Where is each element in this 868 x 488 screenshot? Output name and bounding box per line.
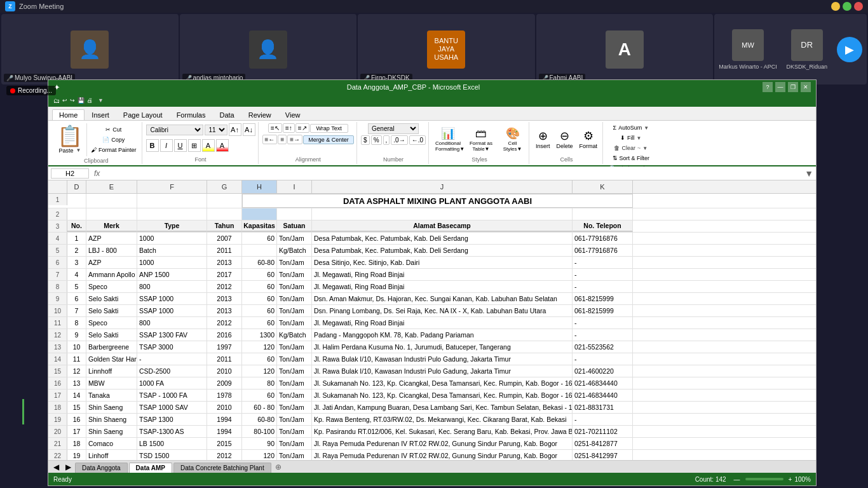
sheet-tab-data-concrete[interactable]: Data Concrete Batching Plant xyxy=(173,463,271,473)
save-icon[interactable]: 💾 xyxy=(78,97,85,104)
cell-d22[interactable]: 19 xyxy=(67,450,86,460)
cell-e19[interactable]: Shin Shaeng xyxy=(86,414,137,425)
cell-g2[interactable] xyxy=(207,208,242,220)
col-header-e[interactable]: E xyxy=(86,180,137,193)
increase-decimal-button[interactable]: .0→ xyxy=(391,135,407,145)
cell-h21[interactable]: 90 xyxy=(242,438,277,449)
cell-g13[interactable]: 1997 xyxy=(207,341,242,353)
format-painter-button[interactable]: 🖌 Format Painter xyxy=(88,146,139,154)
formula-input[interactable] xyxy=(105,169,802,178)
align-top-left-button[interactable]: ≡↖ xyxy=(268,123,282,133)
excel-restore-button[interactable]: ❐ xyxy=(788,82,798,92)
col-header-k[interactable]: K xyxy=(573,180,633,193)
cell-k21[interactable]: 0251-8412877 xyxy=(573,438,633,449)
excel-window-controls[interactable]: ? — ❐ ✕ xyxy=(763,82,811,92)
cell-k20[interactable]: 021-70211102 xyxy=(573,426,633,437)
cell-e15[interactable]: Linnhoff xyxy=(86,365,137,377)
cell-f14[interactable]: - xyxy=(137,353,207,365)
cell-j17[interactable]: Jl. Sukamanah No. 123, Kp. Cicangkal, De… xyxy=(312,390,573,401)
cell-h8[interactable]: 60 xyxy=(242,281,277,292)
cell-k7[interactable]: - xyxy=(573,269,633,280)
cell-d16[interactable]: 13 xyxy=(67,377,86,389)
cell-j12[interactable]: Padang - Manggopoh KM. 78, Kab. Padang P… xyxy=(312,329,573,341)
cell-k2[interactable] xyxy=(573,208,633,220)
insert-button[interactable]: ⊕ Insert xyxy=(533,128,553,151)
cell-i15[interactable]: Ton/Jam xyxy=(277,365,312,377)
cell-k11[interactable]: - xyxy=(573,317,633,329)
align-left-button[interactable]: ≡← xyxy=(262,135,278,144)
sheet-tab-data-amp[interactable]: Data AMP xyxy=(129,463,172,473)
cell-f7[interactable]: ANP 1500 xyxy=(137,269,207,280)
col-header-i[interactable]: I xyxy=(277,180,312,193)
cell-h7[interactable]: 60 xyxy=(242,269,277,280)
cell-e17[interactable]: Tanaka xyxy=(86,390,137,401)
cell-j5[interactable]: Desa Patumbak, Kec. Patumbak, Kab. Deli … xyxy=(312,245,573,256)
header-satuan[interactable]: Satuan xyxy=(277,220,312,232)
cell-i21[interactable]: Ton/Jam xyxy=(277,438,312,449)
cell-e11[interactable]: Speco xyxy=(86,317,137,329)
cell-j2[interactable] xyxy=(312,208,573,220)
cell-e8[interactable]: Speco xyxy=(86,281,137,292)
cell-i14[interactable]: Ton/Jam xyxy=(277,353,312,365)
cell-g5[interactable]: 2011 xyxy=(207,245,242,256)
col-header-g[interactable]: G xyxy=(207,180,242,193)
font-decrease-button[interactable]: A↓ xyxy=(243,123,255,136)
comma-button[interactable]: , xyxy=(383,135,390,145)
cell-d14[interactable]: 11 xyxy=(67,353,86,365)
zoom-slider[interactable] xyxy=(745,478,783,480)
cell-k16[interactable]: 021-46834440 xyxy=(573,377,633,389)
cell-k12[interactable]: - xyxy=(573,329,633,341)
cell-e6[interactable]: AZP xyxy=(86,257,137,268)
header-telepon[interactable]: No. Telepon xyxy=(573,220,633,232)
cell-k15[interactable]: 021-4600220 xyxy=(573,365,633,377)
cell-g14[interactable]: 2011 xyxy=(207,353,242,365)
cell-d8[interactable]: 5 xyxy=(67,281,86,292)
delete-button[interactable]: ⊖ Delete xyxy=(554,128,576,151)
cell-j7[interactable]: Jl. Megawati, Ring Road Binjai xyxy=(312,269,573,280)
cell-k14[interactable]: - xyxy=(573,353,633,365)
merge-center-button[interactable]: Merge & Center xyxy=(303,135,354,144)
participant-markus[interactable]: MW Markus Winarto - APCI xyxy=(719,29,777,70)
excel-help-button[interactable]: ? xyxy=(763,82,773,92)
tab-insert[interactable]: Insert xyxy=(85,109,116,120)
cell-h1-title[interactable]: DATA ASPHALT MIXING PLANT ANGGOTA AABI xyxy=(242,194,633,208)
bold-button[interactable]: B xyxy=(146,139,159,152)
cell-e7[interactable]: Ammann Apollo xyxy=(86,269,137,280)
cell-k18[interactable]: 021-8831731 xyxy=(573,402,633,413)
format-button[interactable]: ⚙ Format xyxy=(577,128,600,151)
cell-j16[interactable]: Jl. Sukamanah No. 123, Kp. Cicangkal, De… xyxy=(312,377,573,389)
cell-f10[interactable]: SSAP 1000 xyxy=(137,305,207,316)
cell-i12[interactable]: Kg/Batch xyxy=(277,329,312,341)
cell-f19[interactable]: TSAP 1300 xyxy=(137,414,207,425)
cell-f22[interactable]: TSD 1500 xyxy=(137,450,207,460)
align-center-button[interactable]: ≡ xyxy=(278,135,287,144)
cell-h10[interactable]: 60 xyxy=(242,305,277,316)
cell-g4[interactable]: 2007 xyxy=(207,233,242,244)
paste-dropdown[interactable]: ▼ xyxy=(76,147,81,154)
cell-g22[interactable]: 2012 xyxy=(207,450,242,460)
font-name-select[interactable]: Calibri xyxy=(146,125,203,135)
sheet-tab-data-anggota[interactable]: Data Anggota xyxy=(75,463,128,473)
cell-e13[interactable]: Barbergreene xyxy=(86,341,137,353)
cell-j10[interactable]: Dsn. Pinang Lombang, Ds. Sei Raja, Kec. … xyxy=(312,305,573,316)
number-format-select[interactable]: General xyxy=(368,123,419,134)
cell-i13[interactable]: Ton/Jam xyxy=(277,341,312,353)
qat-dropdown[interactable]: ▼ xyxy=(98,97,104,104)
participant-riduan[interactable]: DR DKSDK_Riduan xyxy=(786,29,827,70)
cell-j15[interactable]: Jl. Rawa Bulak I/10, Kawasan Industri Pu… xyxy=(312,365,573,377)
cell-g15[interactable]: 2010 xyxy=(207,365,242,377)
cell-j9[interactable]: Dsn. Aman Makmur, Ds. Hajoran, Kec. Sung… xyxy=(312,293,573,304)
cell-i19[interactable]: Ton/Jam xyxy=(277,414,312,425)
cell-k10[interactable]: 061-8215999 xyxy=(573,305,633,316)
cell-g18[interactable]: 2010 xyxy=(207,402,242,413)
header-tahun[interactable]: Tahun xyxy=(207,220,242,232)
underline-button[interactable]: U xyxy=(174,139,187,152)
cell-j19[interactable]: Kp. Rawa Benteng, RT.03/RW.02, Ds. Mekar… xyxy=(312,414,573,425)
cell-h2[interactable] xyxy=(242,208,277,220)
col-header-d[interactable]: D xyxy=(67,180,86,193)
cell-i22[interactable]: Ton/Jam xyxy=(277,450,312,460)
participant-firgo[interactable]: BANTU JAYAUSAHA 🎤 Firgo-DKSDK xyxy=(358,14,535,85)
cell-i6[interactable]: Ton/Jam xyxy=(277,257,312,268)
copy-button[interactable]: 📄 Copy xyxy=(88,135,139,144)
cell-f1[interactable] xyxy=(137,194,207,208)
